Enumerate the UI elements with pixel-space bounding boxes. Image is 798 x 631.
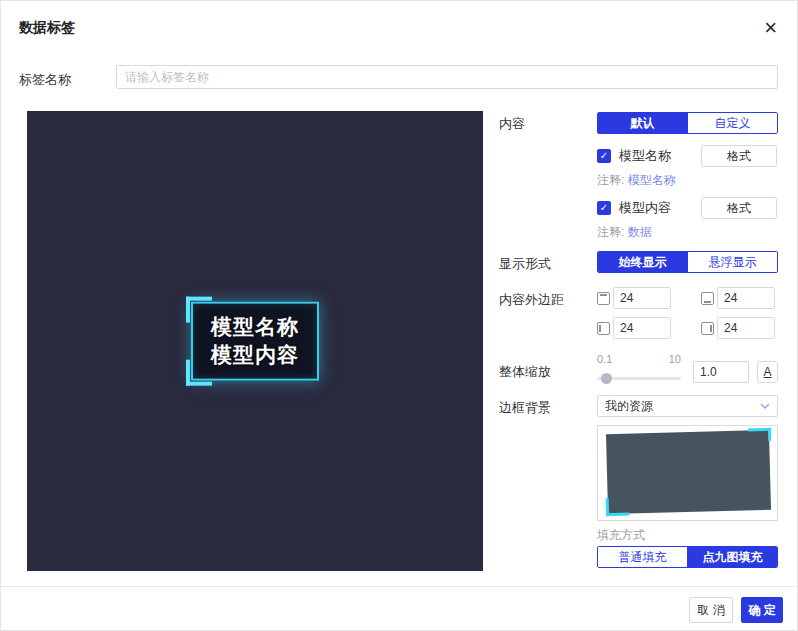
label-name-label: 标签名称 [19, 71, 71, 89]
note-prefix: 注释: [597, 173, 628, 187]
scale-min-label: 0.1 [597, 353, 612, 365]
fill-mode-segmented: 普通填充 点九图填充 [597, 546, 778, 568]
note-value: 模型名称 [628, 173, 676, 187]
check-icon: ✓ [600, 202, 608, 213]
margin-top-icon [597, 292, 610, 305]
model-content-checkbox[interactable]: ✓ [597, 201, 611, 215]
corner-bracket-icon [186, 359, 212, 385]
chevron-down-icon [760, 403, 770, 409]
cancel-button[interactable]: 取 消 [689, 597, 733, 623]
resource-preview[interactable] [597, 425, 778, 521]
scale-label: 整体缩放 [499, 363, 551, 381]
scale-slider-thumb[interactable] [601, 373, 612, 384]
scale-value-input[interactable] [693, 361, 749, 383]
check-icon: ✓ [600, 150, 608, 161]
margin-bottom-input[interactable] [717, 287, 775, 309]
nine-patch-thumbnail [606, 430, 771, 514]
display-mode-label: 显示形式 [499, 255, 551, 273]
corner-bracket-icon [186, 297, 212, 323]
note-value: 数据 [628, 225, 652, 239]
tab-custom[interactable]: 自定义 [687, 113, 777, 133]
model-name-checkbox[interactable]: ✓ [597, 149, 611, 163]
margins-label: 内容外边距 [499, 291, 564, 309]
margin-right-icon [701, 322, 714, 335]
font-style-button[interactable]: A [757, 361, 778, 383]
scale-max-label: 10 [661, 353, 681, 365]
tab-normal-fill[interactable]: 普通填充 [598, 547, 687, 567]
tab-default[interactable]: 默认 [598, 113, 687, 133]
content-mode-segmented: 默认 自定义 [597, 112, 778, 134]
preview-model-name: 模型名称 [211, 313, 299, 341]
label-name-input[interactable] [116, 65, 778, 89]
model-name-note: 注释: 模型名称 [597, 173, 676, 187]
model-content-note: 注释: 数据 [597, 225, 652, 239]
margin-right-input[interactable] [717, 317, 775, 339]
model-name-format-button[interactable]: 格式 [701, 145, 777, 167]
margin-left-icon [597, 322, 610, 335]
model-content-checkbox-label: 模型内容 [619, 201, 671, 215]
model-name-checkbox-label: 模型名称 [619, 149, 671, 163]
margin-bottom-icon [701, 292, 714, 305]
tab-hover-show[interactable]: 悬浮显示 [687, 252, 777, 272]
footer-divider [1, 586, 797, 587]
data-label-dialog: 数据标签 × 标签名称 模型名称 模型内容 内容 默认 自定义 ✓ 模型名称 格… [0, 0, 798, 631]
tab-always-show[interactable]: 始终显示 [598, 252, 687, 272]
resource-dropdown[interactable]: 我的资源 [597, 395, 778, 417]
close-icon[interactable]: × [760, 13, 781, 43]
settings-panel: 内容 默认 自定义 ✓ 模型名称 格式 注释: 模型名称 ✓ 模型内容 格式 注… [499, 111, 779, 571]
note-prefix: 注释: [597, 225, 628, 239]
fill-mode-label: 填充方式 [597, 527, 645, 544]
model-content-format-button[interactable]: 格式 [701, 197, 777, 219]
tab-nine-patch-fill[interactable]: 点九图填充 [687, 547, 777, 567]
label-preview-canvas: 模型名称 模型内容 [27, 111, 483, 571]
display-mode-segmented: 始终显示 悬浮显示 [597, 251, 778, 273]
content-section-label: 内容 [499, 115, 525, 133]
margin-top-input[interactable] [613, 287, 671, 309]
margin-left-input[interactable] [613, 317, 671, 339]
underline-a-icon: A [763, 365, 771, 379]
resource-dropdown-value: 我的资源 [605, 398, 653, 415]
label-preview-box: 模型名称 模型内容 [191, 302, 319, 381]
scale-slider[interactable] [597, 377, 681, 380]
border-bg-label: 边框背景 [499, 399, 551, 417]
confirm-button[interactable]: 确 定 [741, 597, 783, 623]
preview-model-content: 模型内容 [211, 341, 299, 369]
dialog-title: 数据标签 [19, 19, 75, 37]
